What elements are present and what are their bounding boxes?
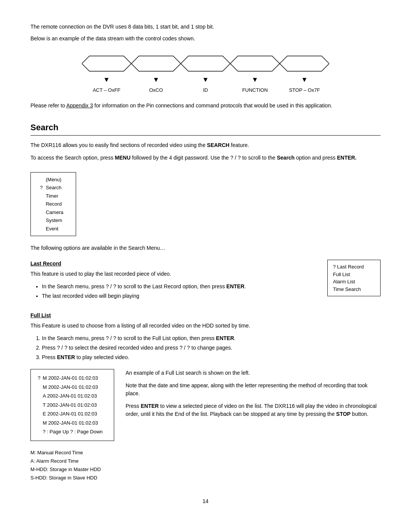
search-menu-item-0: ? Last Record	[333, 263, 375, 271]
menu-row-5: System	[38, 216, 65, 225]
search-menu-item-3: Time Search	[333, 286, 375, 293]
search-para2-mid: followed by the 4 digit password. Use th…	[131, 155, 277, 161]
menu-box: (Menu) ? Search Timer Record Camera Syst…	[30, 172, 76, 236]
search-para2: To access the Search option, press MENU …	[30, 154, 381, 162]
fl-col1-0: ?	[37, 374, 41, 382]
menu-col1-5	[38, 216, 44, 225]
menu-col1-3	[38, 200, 44, 208]
svg-marker-4	[280, 56, 329, 71]
last-record-left: Last Record This feature is used to play…	[30, 260, 316, 304]
table-row: M 2002-JAN-01 01:02:03	[37, 419, 104, 427]
appendix-after: for information on the Pin connections a…	[93, 102, 332, 109]
label-oxco: OxCO	[131, 86, 181, 94]
arrow-4: ▼	[230, 75, 280, 85]
search-para1-before: The DXR116 allows you to easily find sec…	[30, 142, 207, 148]
arrow-2: ▼	[131, 75, 181, 85]
search-para1-bold: SEARCH	[207, 142, 229, 148]
full-list-title: Full List	[30, 312, 381, 320]
table-row: T 2002-JAN-01 01:02:03	[37, 401, 104, 409]
svg-marker-2	[181, 56, 230, 71]
menu-col1-1: ?	[38, 184, 44, 192]
menu-table: (Menu) ? Search Timer Record Camera Syst…	[38, 176, 65, 233]
menu-col2-0: (Menu)	[44, 176, 65, 184]
last-record-layout: Last Record This feature is used to play…	[30, 260, 381, 304]
full-list-description: This Feature is used to choose from a li…	[30, 322, 381, 330]
label-stop: STOP – Ox7F	[280, 86, 329, 94]
fulllist-right-text-2: Press ENTER to view a selected piece of …	[126, 402, 381, 418]
full-list-step-1: In the Search menu, press ? / ? to scrol…	[42, 334, 381, 342]
legend-item-1: A: Alarm Record Time	[30, 457, 381, 465]
search-menu-box: ? Last Record Full List Alarm List Time …	[327, 260, 381, 296]
bullet-2: The last recorded video will begin playi…	[42, 292, 316, 300]
arrow-5: ▼	[280, 75, 329, 85]
table-row: A 2002-JAN-01 01:02:03	[37, 392, 104, 400]
fulllist-layout: ? M 2002-JAN-01 01:02:03 M 2002-JAN-01 0…	[30, 369, 381, 441]
menu-col2-5: System	[44, 216, 65, 225]
fl-col1-4	[37, 410, 41, 418]
table-row: E 2002-JAN-01 01:02:03	[37, 410, 104, 418]
label-row: ACT – OxFF OxCO ID FUNCTION STOP – Ox7F	[82, 86, 329, 94]
search-title: Search	[30, 121, 381, 136]
fl-col2-2: A 2002-JAN-01 01:02:03	[42, 392, 104, 400]
full-list-step-3: Press ENTER to play selected video.	[42, 353, 381, 361]
appendix-link[interactable]: Appendix 3	[66, 102, 93, 109]
appendix-before: Please refer to	[30, 102, 66, 109]
menu-row-6: Event	[38, 225, 65, 233]
hex-id	[181, 54, 230, 73]
search-menu-item-2: Alarm List	[333, 278, 375, 286]
fl-col2-6: ? : Page Up ? : Page Down	[42, 428, 104, 436]
table-row: ? : Page Up ? : Page Down	[37, 428, 104, 436]
menu-col1-6	[38, 225, 44, 233]
menu-col1-4	[38, 208, 44, 217]
fl-col1-1	[37, 383, 41, 391]
full-list-section: Full List This Feature is used to choose…	[30, 312, 381, 441]
hex-oxco	[131, 54, 181, 73]
fulllist-right-text-0: An example of a Full List search is show…	[126, 369, 381, 377]
search-para1-after: feature.	[229, 142, 249, 148]
fl-col2-5: M 2002-JAN-01 01:02:03	[42, 419, 104, 427]
hexagon-row	[82, 54, 329, 73]
fl-col2-3: T 2002-JAN-01 01:02:03	[42, 401, 104, 409]
following-para: The following options are available in t…	[30, 244, 381, 252]
hex-stop	[280, 54, 329, 73]
search-para2-after: option and press	[295, 155, 337, 161]
fulllist-right: An example of a Full List search is show…	[126, 369, 381, 423]
search-section: Search The DXR116 allows you to easily f…	[30, 121, 381, 482]
hex-function	[230, 54, 280, 73]
appendix-para: Please refer to Appendix 3 for informati…	[30, 102, 381, 110]
fl-col1-6	[37, 428, 41, 436]
page-number: 14	[30, 497, 381, 505]
fulllist-table: ? M 2002-JAN-01 01:02:03 M 2002-JAN-01 0…	[36, 373, 104, 437]
menu-col2-2: Timer	[44, 192, 65, 200]
menu-col2-3: Record	[44, 200, 65, 208]
search-menu-item-1: Full List	[333, 271, 375, 278]
search-para1: The DXR116 allows you to easily find sec…	[30, 141, 381, 149]
menu-row-2: Timer	[38, 192, 65, 200]
intro-para-1: The remote connection on the DVR uses 8 …	[30, 23, 381, 31]
intro-para-2: Below is an example of the data stream w…	[30, 35, 381, 43]
fl-col1-3	[37, 401, 41, 409]
arrow-row: ▼ ▼ ▼ ▼ ▼	[82, 75, 329, 85]
label-function: FUNCTION	[230, 86, 280, 94]
menu-col2-4: Camera	[44, 208, 65, 217]
menu-col2-6: Event	[44, 225, 65, 233]
full-list-steps: In the Search menu, press ? / ? to scrol…	[42, 334, 381, 361]
menu-row-4: Camera	[38, 208, 65, 217]
svg-marker-3	[230, 56, 280, 71]
arrow-3: ▼	[181, 75, 230, 85]
menu-col1-2	[38, 192, 44, 200]
label-act: ACT – OxFF	[82, 86, 131, 94]
fl-col2-1: M 2002-JAN-01 01:02:03	[42, 383, 104, 391]
menu-row-3: Record	[38, 200, 65, 208]
hex-act	[82, 54, 131, 73]
search-para2-before: To access the Search option, press	[30, 155, 115, 161]
search-para2-bold1: MENU	[115, 155, 131, 161]
bullet-1: In the Search menu, press ? / ? to scrol…	[42, 283, 316, 291]
full-list-step-2: Press ? / ? to select the desired record…	[42, 344, 381, 352]
fl-col1-2	[37, 392, 41, 400]
diagram-section: ▼ ▼ ▼ ▼ ▼ ACT – OxFF OxCO ID FUNCTION ST…	[30, 54, 381, 94]
last-record-bullets: In the Search menu, press ? / ? to scrol…	[42, 283, 316, 300]
legend-item-0: M: Manual Record Time	[30, 449, 381, 457]
fulllist-right-text-1: Note that the date and time appear, alon…	[126, 382, 381, 398]
menu-row-0: (Menu)	[38, 176, 65, 184]
